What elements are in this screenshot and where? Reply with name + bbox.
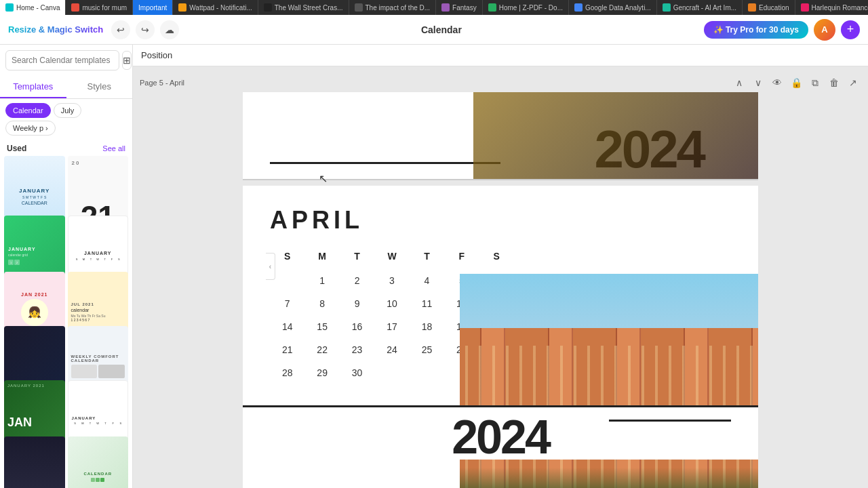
cell-24: 24 (374, 339, 409, 361)
chip-calendar[interactable]: Calendar (5, 103, 51, 118)
col-fri: F (444, 248, 479, 264)
more-button[interactable]: ↗ (845, 75, 861, 91)
main-layout: ⊞ Templates Styles Calendar July Weekly … (0, 45, 868, 488)
page-label: Page 5 - April (140, 79, 184, 87)
used-section-header: Used See all (0, 140, 132, 156)
cell-2: 2 (340, 270, 374, 291)
col-tue: T (340, 248, 374, 264)
bottom-year: 2024 (452, 415, 549, 460)
cell-17: 17 (374, 316, 409, 338)
see-all-link[interactable]: See all (102, 144, 125, 152)
position-bar: Position (133, 45, 868, 66)
try-pro-button[interactable]: ✨ Try Pro for 30 days (704, 21, 808, 39)
expand-down-button[interactable]: ∨ (750, 75, 766, 91)
sidebar: ⊞ Templates Styles Calendar July Weekly … (0, 45, 133, 488)
cell-14: 14 (270, 316, 304, 338)
tab-templates[interactable]: Templates (0, 76, 66, 98)
canvas-scroll: Page 5 - April ∧ ∨ 👁 🔒 ⧉ 🗑 ↗ 2024 (133, 66, 868, 488)
tab-canva[interactable]: Home - Canva (0, 0, 66, 15)
undo-button[interactable]: ↩ (111, 20, 130, 39)
cell-4: 4 (410, 270, 444, 291)
cell-21: 21 (270, 339, 304, 361)
add-button[interactable]: + (841, 20, 860, 39)
tab-google[interactable]: Google Data Analyti... (569, 0, 657, 15)
template-thumb-11[interactable]: JAN 2021 (4, 436, 65, 488)
cell-28: 28 (270, 362, 304, 384)
cell-25: 25 (410, 339, 444, 361)
page-actions: ∧ ∨ 👁 🔒 ⧉ 🗑 ↗ (731, 75, 861, 91)
tab-important[interactable]: Important (133, 0, 173, 15)
tab-zpdf[interactable]: Home | Z-PDF - Do... (483, 0, 569, 15)
filter-chips: Calendar July Weekly p (0, 99, 132, 140)
april-page[interactable]: APRIL S M T W T F S (243, 186, 758, 488)
cell-16: 16 (340, 316, 374, 338)
tab-fantasy[interactable]: Fantasy (436, 0, 483, 15)
cell-empty-3 (410, 362, 444, 384)
col-thu: T (410, 248, 444, 264)
tab-wsj[interactable]: The Wall Street Cras... (258, 0, 349, 15)
chip-july[interactable]: July (54, 103, 82, 118)
page-indicator-row: Page 5 - April ∧ ∨ 👁 🔒 ⧉ 🗑 ↗ (133, 73, 868, 92)
top-photo-bg (473, 92, 758, 180)
tab-wattpad[interactable]: Wattpad - Notificati... (173, 0, 258, 15)
tab-impact[interactable]: The impact of the D... (349, 0, 437, 15)
zpdf-favicon (488, 3, 496, 12)
april-inner: APRIL S M T W T F S (243, 186, 758, 405)
sidebar-tabs: Templates Styles (0, 76, 132, 99)
used-label: Used (7, 144, 26, 153)
edu-favicon (748, 3, 756, 12)
cell-7: 7 (270, 293, 304, 314)
wsj-favicon (264, 3, 272, 12)
delete-button[interactable]: 🗑 (826, 75, 842, 91)
fantasy-favicon (441, 3, 450, 12)
chip-weekly[interactable]: Weekly p (5, 121, 56, 136)
calendar-label: Calendar (421, 24, 462, 35)
collapse-up-button[interactable]: ∧ (731, 75, 747, 91)
tab-music[interactable]: music for mum (66, 0, 133, 15)
canvas-area: Position ↖ Page 5 - April ∧ ∨ 👁 🔒 ⧉ 🗑 ↗ (133, 45, 868, 488)
cell-1: 1 (304, 270, 339, 291)
lock-button[interactable]: 🔒 (788, 75, 804, 91)
cell-23: 23 (340, 339, 374, 361)
cal-header-row: S M T W T F S (270, 248, 514, 264)
cell-9: 9 (340, 293, 374, 314)
page-top[interactable]: 2024 (243, 92, 758, 180)
preview-button[interactable]: 👁 (769, 75, 785, 91)
cell-29: 29 (304, 362, 339, 384)
template-thumb-12[interactable]: CALENDAR content calendar (68, 436, 129, 488)
col-mon: M (304, 248, 339, 264)
bottom-year-section: 2024 (243, 405, 758, 460)
cell-30: 30 (340, 362, 374, 384)
harlequin-favicon (801, 3, 809, 12)
browser-tabs: Home - Canva music for mum Important Wat… (0, 0, 868, 15)
template-grid: JANUARY S M T W T F S CALENDAR 20 21 (0, 156, 132, 488)
avatar[interactable]: A (814, 19, 835, 41)
wattpad-favicon (178, 3, 186, 12)
sidebar-collapse-button[interactable]: ‹ (266, 253, 275, 280)
cloud-save-button[interactable]: ☁ (160, 20, 179, 39)
filter-button[interactable]: ⊞ (122, 51, 132, 70)
impact-favicon (355, 3, 363, 12)
bottom-line (609, 420, 731, 422)
trees (460, 468, 758, 488)
col-sat: S (479, 248, 514, 264)
cell-18: 18 (410, 316, 444, 338)
cell-empty-2 (374, 362, 409, 384)
canva-favicon (5, 3, 14, 12)
search-input[interactable] (5, 50, 119, 70)
tab-harlequin[interactable]: Harlequin Romance... (795, 0, 868, 15)
tab-gen[interactable]: Gencraft - AI Art Im... (657, 0, 743, 15)
cell-15: 15 (304, 316, 339, 338)
redo-button[interactable]: ↪ (136, 20, 155, 39)
gen-favicon (663, 3, 671, 12)
copy-button[interactable]: ⧉ (807, 75, 823, 91)
col-wed: W (374, 248, 409, 264)
tab-edu[interactable]: Education (743, 0, 795, 15)
calendar-pages: 2024 APRIL S M T W (243, 92, 758, 488)
sidebar-search-row: ⊞ (0, 45, 132, 76)
brand-name: Resize & Magic Switch (8, 24, 103, 35)
cell-11: 11 (410, 293, 444, 314)
google-favicon (574, 3, 583, 12)
cell-8: 8 (304, 293, 339, 314)
tab-styles[interactable]: Styles (66, 76, 133, 98)
